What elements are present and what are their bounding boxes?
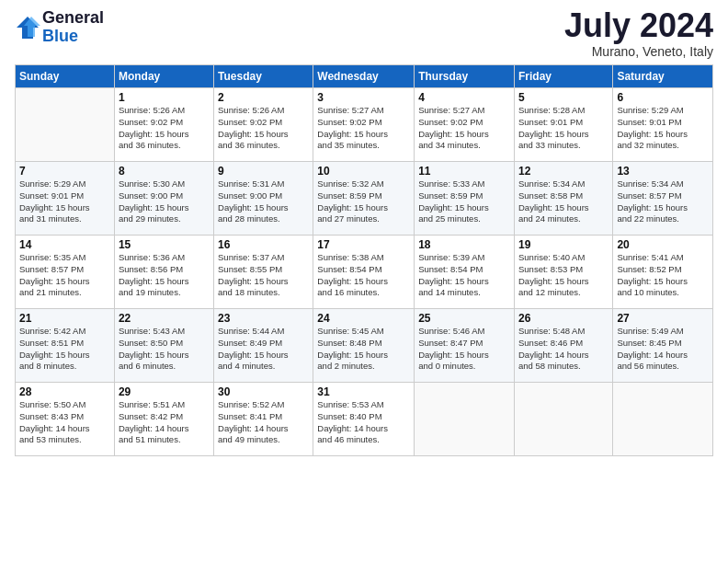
day-number: 5: [518, 91, 609, 104]
calendar-cell: [415, 383, 515, 456]
day-number: 24: [317, 312, 410, 325]
day-number: 10: [317, 165, 410, 178]
calendar-cell: 16Sunrise: 5:37 AM Sunset: 8:55 PM Dayli…: [214, 236, 313, 309]
calendar-cell: 28Sunrise: 5:50 AM Sunset: 8:43 PM Dayli…: [16, 383, 115, 456]
day-number: 30: [218, 385, 309, 398]
day-number: 12: [518, 165, 609, 178]
logo-text: General Blue: [42, 9, 104, 46]
day-info: Sunrise: 5:41 AM Sunset: 8:52 PM Dayligh…: [617, 252, 709, 299]
calendar-cell: 10Sunrise: 5:32 AM Sunset: 8:59 PM Dayli…: [313, 162, 415, 236]
calendar-cell: 17Sunrise: 5:38 AM Sunset: 8:54 PM Dayli…: [313, 236, 415, 309]
day-number: 8: [119, 165, 210, 178]
col-friday: Friday: [514, 65, 612, 88]
calendar-cell: 8Sunrise: 5:30 AM Sunset: 9:00 PM Daylig…: [114, 162, 213, 236]
day-number: 18: [418, 238, 510, 251]
calendar-header-row: Sunday Monday Tuesday Wednesday Thursday…: [16, 65, 713, 88]
col-monday: Monday: [114, 65, 213, 88]
month-year-title: July 2024: [564, 9, 713, 42]
calendar-cell: 12Sunrise: 5:34 AM Sunset: 8:58 PM Dayli…: [514, 162, 612, 236]
calendar-cell: 2Sunrise: 5:26 AM Sunset: 9:02 PM Daylig…: [214, 88, 313, 162]
calendar-cell: 9Sunrise: 5:31 AM Sunset: 9:00 PM Daylig…: [214, 162, 313, 236]
calendar-cell: 15Sunrise: 5:36 AM Sunset: 8:56 PM Dayli…: [114, 236, 213, 309]
day-number: 15: [119, 238, 210, 251]
calendar-week-row: 7Sunrise: 5:29 AM Sunset: 9:01 PM Daylig…: [16, 162, 713, 236]
header: General Blue July 2024 Murano, Veneto, I…: [15, 9, 713, 59]
logo: General Blue: [15, 9, 104, 46]
logo-general: General: [42, 9, 104, 28]
day-info: Sunrise: 5:45 AM Sunset: 8:48 PM Dayligh…: [317, 326, 410, 373]
day-info: Sunrise: 5:40 AM Sunset: 8:53 PM Dayligh…: [518, 252, 609, 299]
day-number: 17: [317, 238, 410, 251]
calendar-cell: 18Sunrise: 5:39 AM Sunset: 8:54 PM Dayli…: [415, 236, 515, 309]
col-sunday: Sunday: [16, 65, 115, 88]
day-info: Sunrise: 5:48 AM Sunset: 8:46 PM Dayligh…: [518, 326, 609, 373]
calendar-cell: 23Sunrise: 5:44 AM Sunset: 8:49 PM Dayli…: [214, 309, 313, 383]
location-title: Murano, Veneto, Italy: [564, 44, 713, 59]
logo-blue: Blue: [42, 28, 104, 46]
calendar-cell: 29Sunrise: 5:51 AM Sunset: 8:42 PM Dayli…: [114, 383, 213, 456]
day-info: Sunrise: 5:44 AM Sunset: 8:49 PM Dayligh…: [218, 326, 309, 373]
day-number: 6: [617, 91, 709, 104]
logo-icon: [15, 15, 40, 40]
calendar-week-row: 21Sunrise: 5:42 AM Sunset: 8:51 PM Dayli…: [16, 309, 713, 383]
col-saturday: Saturday: [613, 65, 713, 88]
day-number: 1: [119, 91, 210, 104]
day-info: Sunrise: 5:29 AM Sunset: 9:01 PM Dayligh…: [617, 105, 709, 152]
day-info: Sunrise: 5:34 AM Sunset: 8:57 PM Dayligh…: [617, 178, 709, 225]
calendar-cell: 24Sunrise: 5:45 AM Sunset: 8:48 PM Dayli…: [313, 309, 415, 383]
calendar-cell: 7Sunrise: 5:29 AM Sunset: 9:01 PM Daylig…: [16, 162, 115, 236]
day-info: Sunrise: 5:30 AM Sunset: 9:00 PM Dayligh…: [119, 178, 210, 225]
day-info: Sunrise: 5:31 AM Sunset: 9:00 PM Dayligh…: [218, 178, 309, 225]
day-number: 7: [19, 165, 110, 178]
calendar-cell: 31Sunrise: 5:53 AM Sunset: 8:40 PM Dayli…: [313, 383, 415, 456]
day-number: 3: [317, 91, 410, 104]
day-info: Sunrise: 5:37 AM Sunset: 8:55 PM Dayligh…: [218, 252, 309, 299]
day-info: Sunrise: 5:50 AM Sunset: 8:43 PM Dayligh…: [19, 399, 110, 446]
day-info: Sunrise: 5:28 AM Sunset: 9:01 PM Dayligh…: [518, 105, 609, 152]
day-info: Sunrise: 5:32 AM Sunset: 8:59 PM Dayligh…: [317, 178, 410, 225]
page-container: General Blue July 2024 Murano, Veneto, I…: [0, 0, 728, 464]
day-number: 25: [418, 312, 510, 325]
day-info: Sunrise: 5:36 AM Sunset: 8:56 PM Dayligh…: [119, 252, 210, 299]
day-info: Sunrise: 5:33 AM Sunset: 8:59 PM Dayligh…: [418, 178, 510, 225]
day-info: Sunrise: 5:34 AM Sunset: 8:58 PM Dayligh…: [518, 178, 609, 225]
day-number: 19: [518, 238, 609, 251]
calendar-week-row: 1Sunrise: 5:26 AM Sunset: 9:02 PM Daylig…: [16, 88, 713, 162]
calendar-cell: 19Sunrise: 5:40 AM Sunset: 8:53 PM Dayli…: [514, 236, 612, 309]
day-number: 13: [617, 165, 709, 178]
day-info: Sunrise: 5:27 AM Sunset: 9:02 PM Dayligh…: [317, 105, 410, 152]
calendar-cell: 27Sunrise: 5:49 AM Sunset: 8:45 PM Dayli…: [613, 309, 713, 383]
day-number: 22: [119, 312, 210, 325]
day-number: 26: [518, 312, 609, 325]
calendar-cell: 14Sunrise: 5:35 AM Sunset: 8:57 PM Dayli…: [16, 236, 115, 309]
calendar-cell: 4Sunrise: 5:27 AM Sunset: 9:02 PM Daylig…: [415, 88, 515, 162]
day-number: 31: [317, 385, 410, 398]
day-info: Sunrise: 5:49 AM Sunset: 8:45 PM Dayligh…: [617, 326, 709, 373]
calendar-cell: [16, 88, 115, 162]
day-number: 16: [218, 238, 309, 251]
calendar-cell: 6Sunrise: 5:29 AM Sunset: 9:01 PM Daylig…: [613, 88, 713, 162]
day-number: 29: [119, 385, 210, 398]
day-info: Sunrise: 5:38 AM Sunset: 8:54 PM Dayligh…: [317, 252, 410, 299]
day-info: Sunrise: 5:26 AM Sunset: 9:02 PM Dayligh…: [119, 105, 210, 152]
calendar-cell: 26Sunrise: 5:48 AM Sunset: 8:46 PM Dayli…: [514, 309, 612, 383]
col-thursday: Thursday: [415, 65, 515, 88]
day-info: Sunrise: 5:51 AM Sunset: 8:42 PM Dayligh…: [119, 399, 210, 446]
calendar-cell: 13Sunrise: 5:34 AM Sunset: 8:57 PM Dayli…: [613, 162, 713, 236]
day-number: 21: [19, 312, 110, 325]
day-info: Sunrise: 5:52 AM Sunset: 8:41 PM Dayligh…: [218, 399, 309, 446]
day-number: 27: [617, 312, 709, 325]
day-number: 20: [617, 238, 709, 251]
calendar-cell: [613, 383, 713, 456]
calendar-cell: 22Sunrise: 5:43 AM Sunset: 8:50 PM Dayli…: [114, 309, 213, 383]
col-tuesday: Tuesday: [214, 65, 313, 88]
day-number: 23: [218, 312, 309, 325]
day-number: 9: [218, 165, 309, 178]
day-info: Sunrise: 5:29 AM Sunset: 9:01 PM Dayligh…: [19, 178, 110, 225]
day-number: 4: [418, 91, 510, 104]
calendar-cell: 1Sunrise: 5:26 AM Sunset: 9:02 PM Daylig…: [114, 88, 213, 162]
day-info: Sunrise: 5:53 AM Sunset: 8:40 PM Dayligh…: [317, 399, 410, 446]
calendar-week-row: 14Sunrise: 5:35 AM Sunset: 8:57 PM Dayli…: [16, 236, 713, 309]
day-info: Sunrise: 5:35 AM Sunset: 8:57 PM Dayligh…: [19, 252, 110, 299]
day-number: 28: [19, 385, 110, 398]
